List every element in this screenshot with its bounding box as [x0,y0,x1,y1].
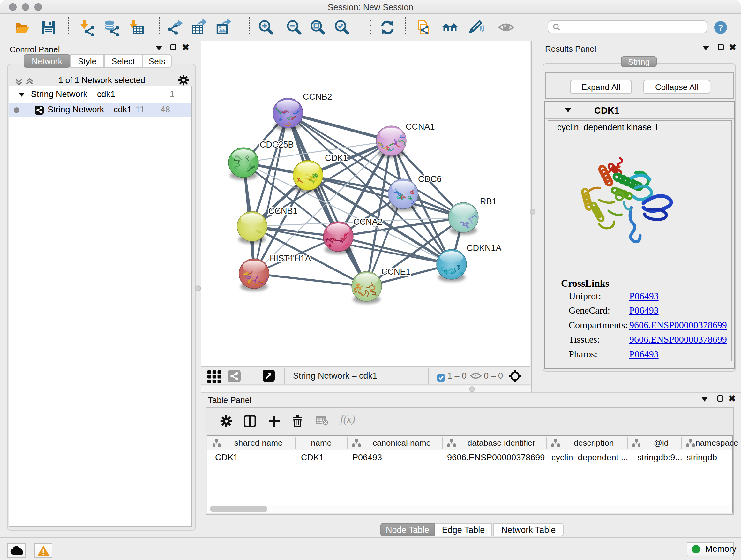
svg-text:CDC25B: CDC25B [260,140,294,149]
svg-text:?: ? [718,23,723,33]
svg-text:CCNB2: CCNB2 [303,92,332,102]
svg-text:HIST1H1A: HIST1H1A [270,253,311,263]
svg-text:CCNE1: CCNE1 [381,267,411,276]
svg-text:CDKN1A: CDKN1A [467,243,502,253]
svg-text:CDK1: CDK1 [325,153,348,163]
svg-text:CCNA2: CCNA2 [353,217,383,227]
svg-text:CCNB1: CCNB1 [268,206,298,216]
svg-text:CDC6: CDC6 [418,174,442,184]
svg-text:CCNA1: CCNA1 [406,122,435,132]
svg-text:RB1: RB1 [480,197,497,206]
